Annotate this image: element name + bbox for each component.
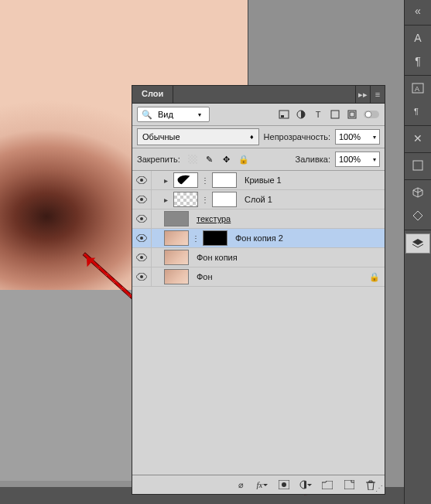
svg-point-20 bbox=[140, 275, 143, 278]
layer-filter-kind[interactable]: 🔍 ▾ bbox=[137, 107, 210, 122]
svg-rect-12 bbox=[188, 155, 197, 164]
layer-list[interactable]: ▸⋮Кривые 1▸⋮Слой 1текстура⋮Фон копия 2Фо… bbox=[132, 171, 385, 475]
layer-row[interactable]: Фон копия bbox=[132, 248, 385, 267]
navigator-icon[interactable] bbox=[406, 156, 429, 175]
new-group-icon[interactable] bbox=[321, 478, 334, 491]
resize-grip-icon[interactable]: ⋰ bbox=[375, 484, 383, 492]
visibility-toggle[interactable] bbox=[132, 267, 152, 286]
layer-mask-thumb[interactable] bbox=[212, 172, 237, 188]
visibility-toggle[interactable] bbox=[132, 229, 152, 247]
svg-point-19 bbox=[140, 256, 143, 259]
layer-name[interactable]: Кривые 1 bbox=[245, 175, 282, 185]
search-icon: 🔍 bbox=[141, 108, 153, 121]
filter-kind-input[interactable] bbox=[156, 109, 195, 120]
lock-all-icon[interactable]: 🔒 bbox=[238, 153, 250, 165]
lock-label: Закрепить: bbox=[137, 155, 180, 164]
expand-arrow-icon[interactable]: ▸ bbox=[161, 176, 170, 185]
add-mask-icon[interactable] bbox=[278, 478, 290, 491]
filter-type-icon[interactable]: T bbox=[312, 108, 324, 121]
visibility-toggle[interactable] bbox=[132, 190, 152, 209]
opacity-label: Непрозрачность: bbox=[264, 132, 330, 141]
svg-rect-9 bbox=[350, 112, 354, 117]
mask-link-icon[interactable]: ⋮ bbox=[201, 196, 209, 204]
svg-point-22 bbox=[282, 482, 286, 487]
paragraph-panel-icon[interactable]: ¶ bbox=[406, 52, 429, 70]
lock-transparency-icon[interactable] bbox=[186, 153, 199, 165]
svg-point-18 bbox=[140, 237, 143, 240]
filter-smart-icon[interactable] bbox=[346, 108, 358, 121]
panel-menu-icon[interactable]: ≡ bbox=[370, 86, 385, 103]
svg-rect-24 bbox=[344, 480, 354, 489]
layer-thumb[interactable] bbox=[164, 230, 189, 246]
layer-row[interactable]: Фон🔒 bbox=[132, 267, 385, 287]
lock-image-icon[interactable]: ✎ bbox=[204, 153, 216, 165]
opacity-value: 100% bbox=[339, 132, 361, 141]
layer-thumb[interactable] bbox=[164, 211, 189, 226]
layers-panel: Слои ▸▸ ≡ 🔍 ▾ T Обычные ♦ Непро bbox=[132, 85, 385, 495]
panel-tabbar: Слои ▸▸ ≡ bbox=[132, 86, 385, 104]
layer-name[interactable]: текстура bbox=[197, 214, 231, 223]
lock-badge-icon: 🔒 bbox=[369, 272, 380, 282]
svg-rect-5 bbox=[281, 115, 284, 117]
filter-pixel-icon[interactable] bbox=[278, 108, 290, 121]
adjustments-panel-icon[interactable] bbox=[406, 206, 429, 225]
layer-name[interactable]: Фон копия 2 bbox=[235, 233, 283, 243]
svg-rect-7 bbox=[331, 111, 339, 118]
visibility-toggle[interactable] bbox=[132, 209, 152, 228]
char-styles-icon[interactable]: A bbox=[406, 79, 429, 97]
svg-text:¶: ¶ bbox=[414, 107, 419, 116]
layer-row[interactable]: ▸⋮Кривые 1 bbox=[132, 171, 385, 190]
svg-point-17 bbox=[140, 217, 143, 220]
opacity-input[interactable]: 100% ▾ bbox=[335, 129, 380, 145]
filter-shape-icon[interactable] bbox=[329, 108, 341, 121]
tools-panel-icon[interactable]: ✕ bbox=[406, 129, 429, 148]
layer-name[interactable]: Слой 1 bbox=[245, 195, 272, 204]
new-layer-icon[interactable] bbox=[343, 478, 355, 491]
mask-link-icon[interactable]: ⋮ bbox=[201, 176, 209, 185]
svg-point-16 bbox=[140, 198, 143, 201]
layers-footer: ⌀ fx bbox=[132, 475, 385, 494]
visibility-toggle[interactable] bbox=[132, 248, 152, 267]
layer-name[interactable]: Фон копия bbox=[197, 253, 238, 262]
right-dock: « A ¶ A ¶ ✕ bbox=[404, 0, 431, 504]
collapse-dock-icon[interactable]: « bbox=[406, 2, 429, 20]
svg-rect-3 bbox=[413, 161, 422, 170]
fill-label: Заливка: bbox=[296, 155, 330, 164]
fill-value: 100% bbox=[339, 155, 361, 164]
blend-mode-select[interactable]: Обычные ♦ bbox=[137, 128, 259, 145]
mask-link-icon[interactable]: ⋮ bbox=[192, 234, 200, 243]
fill-input[interactable]: 100% ▾ bbox=[335, 152, 380, 167]
fx-icon[interactable]: fx bbox=[256, 478, 269, 491]
svg-text:A: A bbox=[415, 85, 419, 93]
layer-row[interactable]: текстура bbox=[132, 209, 385, 229]
svg-point-11 bbox=[365, 111, 371, 117]
link-layers-icon[interactable]: ⌀ bbox=[234, 478, 247, 491]
filter-toggle[interactable] bbox=[363, 108, 380, 121]
svg-point-15 bbox=[140, 179, 143, 182]
para-styles-icon[interactable]: ¶ bbox=[406, 102, 429, 121]
visibility-toggle[interactable] bbox=[132, 171, 152, 189]
blend-opacity-row: Обычные ♦ Непрозрачность: 100% ▾ bbox=[132, 126, 385, 148]
layer-row[interactable]: ▸⋮Слой 1 bbox=[132, 190, 385, 209]
layer-row[interactable]: ⋮Фон копия 2 bbox=[132, 229, 385, 248]
layer-name[interactable]: Фон bbox=[197, 272, 213, 281]
character-panel-icon[interactable]: A bbox=[406, 29, 429, 47]
expand-arrow-icon[interactable]: ▸ bbox=[161, 196, 170, 204]
lock-fill-row: Закрепить: ✎ ✥ 🔒 Заливка: 100% ▾ bbox=[132, 148, 385, 171]
blend-mode-value: Обычные bbox=[142, 132, 180, 141]
layer-mask-thumb[interactable] bbox=[203, 230, 227, 246]
panel-collapse-icon[interactable]: ▸▸ bbox=[355, 86, 370, 103]
layer-thumb[interactable] bbox=[173, 192, 198, 207]
lock-position-icon[interactable]: ✥ bbox=[221, 153, 233, 165]
layer-mask-thumb[interactable] bbox=[212, 192, 237, 207]
layer-thumb[interactable] bbox=[164, 250, 189, 265]
3d-panel-icon[interactable] bbox=[406, 183, 429, 202]
layer-thumb[interactable] bbox=[173, 172, 198, 188]
layer-filter-row: 🔍 ▾ T bbox=[132, 104, 385, 126]
layer-thumb[interactable] bbox=[164, 269, 189, 284]
tab-layers[interactable]: Слои bbox=[132, 86, 173, 103]
filter-adjust-icon[interactable] bbox=[295, 108, 307, 121]
new-adjustment-icon[interactable] bbox=[299, 478, 312, 491]
layers-panel-icon[interactable] bbox=[405, 233, 430, 254]
